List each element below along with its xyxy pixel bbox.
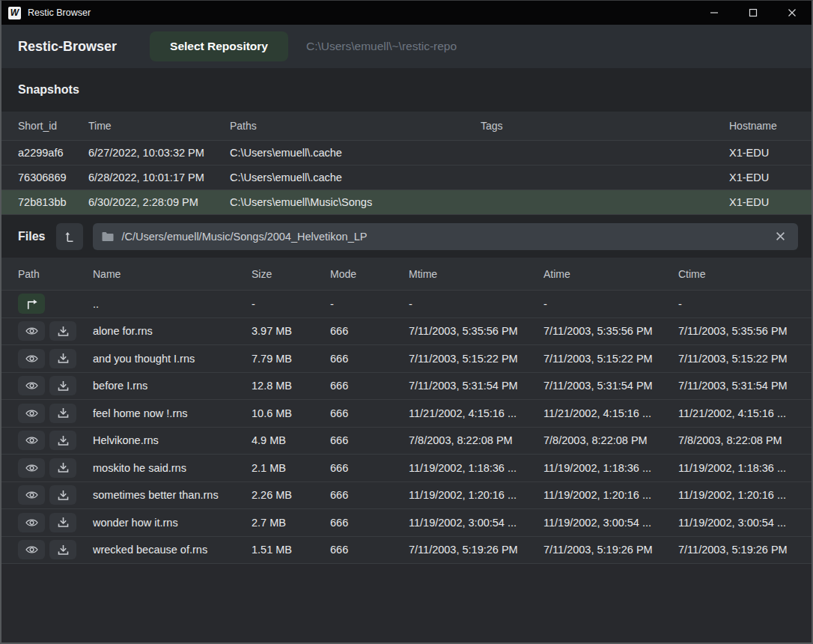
- path-input[interactable]: /C/Users/emuell/Music/Songs/2004_Helveti…: [93, 223, 798, 250]
- snapshot-short-id: 72b813bb: [18, 196, 88, 208]
- file-mtime: -: [409, 298, 543, 310]
- file-actions: [18, 485, 93, 505]
- snapshots-section: Snapshots Short_id Time Paths Tags Hostn…: [1, 68, 812, 215]
- file-name: Helvikone.rns: [93, 434, 252, 446]
- file-name: feel home now !.rns: [93, 407, 252, 419]
- download-icon: [58, 462, 69, 473]
- preview-file-button[interactable]: [18, 458, 45, 478]
- preview-file-button[interactable]: [18, 485, 45, 505]
- snapshot-row[interactable]: 76306869 6/28/2022, 10:01:17 PM C:\Users…: [1, 165, 812, 190]
- file-atime: 11/21/2002, 4:15:16 ...: [543, 407, 678, 419]
- file-atime: 11/19/2002, 1:20:16 ...: [543, 489, 678, 501]
- file-row[interactable]: feel home now !.rns 10.6 MB 666 11/21/20…: [1, 400, 812, 428]
- preview-file-button[interactable]: [18, 376, 45, 395]
- go-to-root-icon: [63, 230, 76, 243]
- file-mode: 666: [330, 462, 409, 474]
- clear-path-button[interactable]: [770, 226, 791, 247]
- file-mtime: 7/11/2003, 5:31:54 PM: [409, 380, 543, 392]
- app-header: Restic-Browser Select Repository C:\User…: [1, 25, 812, 68]
- file-row[interactable]: Helvikone.rns 4.9 MB 666 7/8/2003, 8:22:…: [1, 428, 812, 455]
- file-row[interactable]: sometimes better than.rns 2.26 MB 666 11…: [1, 482, 812, 510]
- file-mode: -: [330, 298, 409, 310]
- file-mode: 666: [330, 325, 409, 337]
- snapshot-row[interactable]: 72b813bb 6/30/2022, 2:28:09 PM C:\Users\…: [1, 190, 812, 215]
- file-size: 12.8 MB: [252, 380, 330, 392]
- file-mode: 666: [330, 517, 409, 529]
- file-mode: 666: [330, 407, 409, 419]
- file-size: -: [252, 298, 330, 310]
- column-header-paths: Paths: [230, 120, 481, 132]
- preview-file-button[interactable]: [18, 404, 45, 423]
- column-header-atime: Atime: [543, 268, 678, 280]
- download-file-button[interactable]: [49, 321, 76, 341]
- parent-directory-row[interactable]: .. - - - - -: [1, 291, 812, 318]
- eye-icon: [25, 490, 38, 500]
- snapshot-row[interactable]: a2299af6 6/27/2022, 10:03:32 PM C:\Users…: [1, 141, 812, 165]
- file-actions: [18, 349, 93, 368]
- file-row[interactable]: before I.rns 12.8 MB 666 7/11/2003, 5:31…: [1, 373, 812, 401]
- download-file-button[interactable]: [49, 376, 76, 395]
- files-table-header: Path Name Size Mode Mtime Atime Ctime: [1, 258, 812, 291]
- column-header-short-id: Short_id: [18, 120, 88, 132]
- eye-icon: [25, 544, 38, 555]
- file-row[interactable]: wonder how it.rns 2.7 MB 666 11/19/2002,…: [1, 509, 812, 537]
- download-file-button[interactable]: [49, 404, 76, 423]
- download-file-button[interactable]: [49, 513, 76, 532]
- file-mtime: 11/19/2002, 1:18:36 ...: [409, 462, 543, 474]
- eye-icon: [25, 326, 38, 336]
- file-actions: [18, 458, 93, 478]
- repository-path: C:\Users\emuell\~\restic-repo: [306, 40, 457, 53]
- file-row[interactable]: alone for.rns 3.97 MB 666 7/11/2003, 5:3…: [1, 318, 812, 346]
- parent-directory-actions: [18, 294, 93, 314]
- up-directory-icon: [25, 298, 39, 310]
- file-ctime: 11/21/2002, 4:15:16 ...: [678, 407, 795, 419]
- download-file-button[interactable]: [49, 349, 76, 368]
- file-size: 2.1 MB: [252, 462, 330, 474]
- snapshot-time: 6/28/2022, 10:01:17 PM: [88, 171, 230, 183]
- file-mtime: 7/11/2003, 5:35:56 PM: [409, 325, 543, 337]
- column-header-tags: Tags: [481, 120, 729, 132]
- close-button[interactable]: [773, 1, 812, 25]
- download-icon: [58, 353, 69, 364]
- file-mode: 666: [330, 434, 409, 446]
- file-ctime: 11/19/2002, 3:00:54 ...: [678, 517, 795, 529]
- select-repository-button[interactable]: Select Repository: [150, 31, 288, 61]
- file-row[interactable]: and you thought I.rns 7.79 MB 666 7/11/2…: [1, 345, 812, 373]
- eye-icon: [25, 463, 38, 473]
- file-size: 10.6 MB: [252, 407, 330, 419]
- file-name: ..: [93, 298, 252, 310]
- close-icon: [788, 8, 797, 17]
- file-mtime: 7/8/2003, 8:22:08 PM: [409, 434, 543, 446]
- snapshot-hostname: X1-EDU: [729, 147, 795, 159]
- download-file-button[interactable]: [49, 485, 76, 505]
- maximize-button[interactable]: [734, 1, 773, 25]
- preview-file-button[interactable]: [18, 540, 45, 559]
- download-file-button[interactable]: [49, 458, 76, 478]
- column-header-hostname: Hostname: [729, 120, 795, 132]
- file-atime: 7/11/2003, 5:35:56 PM: [543, 325, 678, 337]
- file-row[interactable]: wrecked because of.rns 1.51 MB 666 7/11/…: [1, 537, 812, 565]
- window-controls: [695, 1, 812, 25]
- file-name: wrecked because of.rns: [93, 544, 252, 556]
- snapshot-hostname: X1-EDU: [729, 171, 795, 183]
- up-directory-button[interactable]: [18, 294, 45, 314]
- file-mode: 666: [330, 489, 409, 501]
- go-to-root-button[interactable]: [56, 223, 83, 250]
- minimize-button[interactable]: [695, 1, 734, 25]
- file-mtime: 11/19/2002, 3:00:54 ...: [409, 517, 543, 529]
- folder-icon: [102, 231, 114, 242]
- file-name: before I.rns: [93, 380, 252, 392]
- files-toolbar: Files /C/Users/emuell/Music/Songs/2004_H…: [1, 215, 812, 258]
- download-icon: [58, 544, 69, 556]
- download-file-button[interactable]: [49, 431, 76, 450]
- file-row[interactable]: moskito he said.rns 2.1 MB 666 11/19/200…: [1, 455, 812, 482]
- clear-path-icon: [776, 231, 785, 241]
- preview-file-button[interactable]: [18, 431, 45, 450]
- preview-file-button[interactable]: [18, 513, 45, 532]
- preview-file-button[interactable]: [18, 321, 45, 341]
- file-atime: 7/11/2003, 5:31:54 PM: [543, 380, 678, 392]
- preview-file-button[interactable]: [18, 349, 45, 368]
- download-file-button[interactable]: [49, 540, 76, 559]
- eye-icon: [25, 517, 38, 528]
- file-ctime: 11/19/2002, 1:18:36 ...: [678, 462, 795, 474]
